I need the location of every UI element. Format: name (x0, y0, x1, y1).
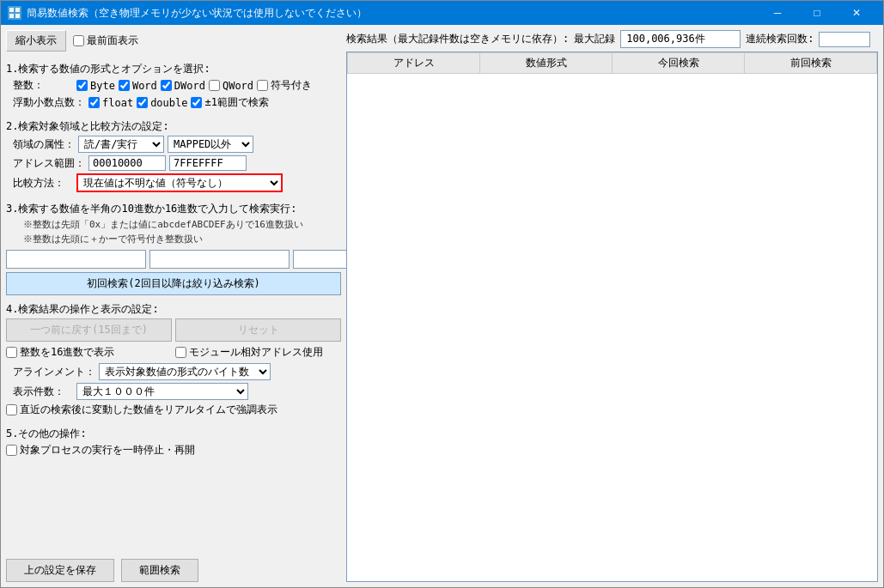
save-settings-button[interactable]: 上の設定を保存 (6, 559, 114, 582)
pause-checkbox[interactable] (6, 445, 17, 456)
col-address: アドレス (348, 53, 480, 74)
section3: 3.検索する数値を半角の10進数か16進数で入力して検索実行: ※整数は先頭「0… (6, 198, 341, 295)
address-from-input[interactable] (88, 155, 166, 171)
search-value-input2[interactable] (149, 250, 290, 269)
integer-label: 整数： (13, 78, 73, 93)
section2-title: 2.検索対象領域と比較方法の設定: (6, 119, 341, 134)
double-checkbox[interactable] (137, 97, 148, 108)
compare-label: 比較方法： (13, 176, 73, 191)
first-search-button[interactable]: 初回検索(2回目以降は絞り込み検索) (6, 272, 341, 295)
hex-display-label[interactable]: 整数を16進数で表示 (6, 345, 172, 360)
module-checkbox[interactable] (175, 347, 186, 358)
qword-label[interactable]: QWord (209, 80, 253, 92)
top-buttons-row: 縮小表示 最前面表示 (6, 30, 341, 52)
continuous-label: 連続検索回数: (746, 32, 814, 46)
word-label[interactable]: Word (119, 80, 157, 92)
float-chk-label[interactable]: float (88, 97, 133, 109)
front-display-checkbox[interactable] (73, 35, 84, 46)
collapse-button[interactable]: 縮小表示 (6, 30, 66, 52)
search-value-area (6, 250, 341, 269)
col-format: 数値形式 (480, 53, 613, 74)
address-label: アドレス範囲： (13, 156, 85, 171)
title-bar: 簡易数値検索（空き物理メモリが少ない状況では使用しないでください） ─ □ ✕ (1, 1, 883, 25)
close-button[interactable]: ✕ (837, 1, 876, 25)
results-header: 検索結果（最大記録件数は空きメモリに依存）: 最大記録 100,006,936件… (346, 30, 878, 48)
svg-rect-0 (9, 8, 14, 12)
section4-title: 4.検索結果の操作と表示の設定: (6, 302, 341, 317)
signed-checkbox[interactable] (257, 80, 268, 91)
title-controls: ─ □ ✕ (758, 1, 876, 25)
region-select2[interactable]: MAPPED以外 (168, 136, 253, 153)
address-to-input[interactable] (169, 155, 247, 171)
section3-notes: ※整数は先頭「0x」または値にabcdefABCDEFありで16進数扱い ※整数… (6, 218, 341, 246)
display-options: 整数を16進数で表示 モジュール相対アドレス使用 (6, 345, 341, 360)
qword-checkbox[interactable] (209, 80, 220, 91)
section5: 5.その他の操作: 対象プロセスの実行を一時停止・再開 (6, 423, 341, 460)
display-count-select[interactable]: 最大１０００件 (76, 383, 248, 400)
results-label: 検索結果（最大記録件数は空きメモリに依存）: (346, 32, 569, 46)
signed-label[interactable]: 符号付き (257, 78, 312, 93)
section5-title: 5.その他の操作: (6, 427, 341, 441)
section4: 4.検索結果の操作と表示の設定: 一つ前に戻す(15回まで) リセット 整数を1… (6, 299, 341, 420)
action-buttons: 一つ前に戻す(15回まで) リセット (6, 318, 341, 342)
section1-title: 1.検索する数値の形式とオプションを選択: (6, 62, 341, 76)
region-row: 領域の属性： 読/書/実行 MAPPED以外 (6, 136, 341, 153)
compare-select[interactable]: 現在値は不明な値（符号なし） (76, 173, 283, 192)
results-table: アドレス 数値形式 今回検索 前回検索 (347, 52, 877, 74)
search-value-input1[interactable] (6, 250, 146, 269)
col-previous: 前回検索 (745, 53, 877, 74)
integer-row: 整数： Byte Word DWord QWo (6, 78, 341, 93)
compare-row: 比較方法： 現在値は不明な値（符号なし） (6, 173, 341, 192)
float-label: 浮動小数点数： (13, 95, 85, 110)
max-record-label: 最大記録 (574, 32, 615, 46)
hex-display-checkbox[interactable] (6, 347, 17, 358)
region-label: 領域の属性： (13, 137, 75, 152)
back-button: 一つ前に戻す(15回まで) (6, 318, 172, 342)
range1-label[interactable]: ±1範囲で検索 (191, 95, 268, 110)
pause-row: 対象プロセスの実行を一時停止・再開 (6, 443, 341, 458)
continuous-input[interactable] (819, 32, 870, 47)
section3-title: 3.検索する数値を半角の10進数か16進数で入力して検索実行: (6, 202, 341, 216)
address-row: アドレス範囲： (6, 155, 341, 171)
region-select[interactable]: 読/書/実行 (78, 136, 164, 153)
app-icon (8, 6, 21, 20)
realtime-label[interactable]: 直近の検索後に変動した数値をリアルタイムで強調表示 (6, 403, 277, 417)
range1-checkbox[interactable] (191, 97, 202, 108)
note1: ※整数は先頭「0x」または値にabcdefABCDEFありで16進数扱い (20, 218, 341, 233)
range-search-button[interactable]: 範囲検索 (121, 559, 198, 582)
pause-label[interactable]: 対象プロセスの実行を一時停止・再開 (6, 443, 195, 458)
dword-checkbox[interactable] (161, 80, 172, 91)
results-table-container[interactable]: アドレス 数値形式 今回検索 前回検索 (346, 52, 878, 582)
main-content: 縮小表示 最前面表示 1.検索する数値の形式とオプションを選択: 整数： Byt… (1, 25, 883, 587)
byte-label[interactable]: Byte (76, 80, 115, 92)
note2: ※整数は先頭に＋かーで符号付き整数扱い (20, 233, 341, 247)
max-record-value: 100,006,936件 (620, 30, 741, 48)
col-current: 今回検索 (613, 53, 745, 74)
byte-checkbox[interactable] (76, 80, 88, 91)
module-label[interactable]: モジュール相対アドレス使用 (175, 345, 341, 360)
svg-rect-3 (15, 14, 20, 18)
alignment-label: アラインメント： (13, 365, 95, 379)
display-count-row: 表示件数： 最大１０００件 (6, 383, 341, 400)
right-panel: 検索結果（最大記録件数は空きメモリに依存）: 最大記録 100,006,936件… (346, 30, 878, 582)
alignment-select[interactable]: 表示対象数値の形式のバイト数 (99, 363, 271, 380)
window-title: 簡易数値検索（空き物理メモリが少ない状況では使用しないでください） (27, 6, 367, 21)
section1: 1.検索する数値の形式とオプションを選択: 整数： Byte Word DWor… (6, 58, 341, 112)
main-window: 簡易数値検索（空き物理メモリが少ない状況では使用しないでください） ─ □ ✕ … (0, 0, 884, 588)
svg-rect-1 (15, 8, 20, 12)
bottom-buttons: 上の設定を保存 範囲検索 (6, 559, 341, 582)
realtime-checkbox[interactable] (6, 404, 17, 415)
title-bar-left: 簡易数値検索（空き物理メモリが少ない状況では使用しないでください） (8, 6, 367, 21)
float-checkbox[interactable] (88, 97, 100, 108)
maximize-button[interactable]: □ (797, 1, 837, 25)
front-display-label[interactable]: 最前面表示 (73, 33, 138, 48)
dword-label[interactable]: DWord (161, 80, 205, 92)
display-count-label: 表示件数： (13, 385, 73, 399)
word-checkbox[interactable] (119, 80, 130, 91)
realtime-row: 直近の検索後に変動した数値をリアルタイムで強調表示 (6, 403, 341, 417)
minimize-button[interactable]: ─ (758, 1, 797, 25)
left-panel: 縮小表示 最前面表示 1.検索する数値の形式とオプションを選択: 整数： Byt… (6, 30, 341, 582)
svg-rect-2 (9, 14, 14, 18)
double-label[interactable]: double (137, 97, 187, 109)
float-row: 浮動小数点数： float double ±1範囲で検索 (6, 95, 341, 110)
